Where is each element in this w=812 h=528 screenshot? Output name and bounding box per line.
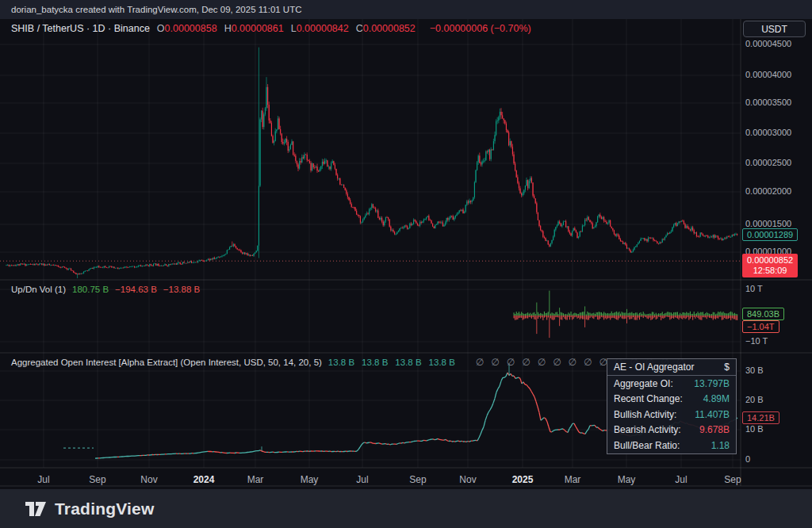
oi-legend-values: 13.8 B13.8 B13.8 B13.8 B — [328, 358, 462, 367]
price-tick-label: 0.00002500 — [745, 158, 791, 167]
oi-data-window-row-value: 13.797B — [694, 378, 730, 389]
currency-toggle-button[interactable]: USDT — [743, 21, 806, 37]
footer-brand[interactable]: TradingView — [55, 499, 155, 518]
time-tick-label: Sep — [89, 474, 105, 485]
oi-empty-value-icon: ∅ — [538, 357, 546, 368]
oi-tick-label: 20 B — [745, 395, 764, 404]
volume-tick-label: −10 T — [745, 336, 768, 346]
ohlc-letter: O — [157, 23, 165, 34]
oi-data-window-row: Bull/Bear Ratio:1.18 — [607, 438, 736, 453]
time-tick-label: Sep — [409, 474, 426, 485]
ohlc-letter: C — [356, 23, 363, 34]
ohlc-pair: H0.00000861 — [224, 23, 284, 34]
tradingview-snapshot: dorian_batycka created with TradingView.… — [0, 0, 812, 528]
oi-data-window-row: Bearish Activity:9.678B — [607, 423, 736, 438]
oi-data-window-row: Recent Change:4.89M — [607, 392, 736, 407]
oi-legend-title[interactable]: Aggregated Open Interest [Alpha Extract]… — [11, 358, 322, 367]
symbol-legend[interactable]: SHIB / TetherUS · 1D · Binance O0.000008… — [11, 23, 531, 34]
ohlc-number: 0.00000842 — [297, 23, 349, 34]
ohlc-pair: O0.00000858 — [157, 23, 217, 34]
oi-tick-label: 30 B — [745, 365, 764, 375]
oi-legend-value: 13.8 B — [362, 358, 388, 367]
symbol-title[interactable]: SHIB / TetherUS · 1D · Binance — [11, 23, 150, 34]
price-tick-label: 0.00004500 — [745, 39, 791, 48]
oi-data-window: AE - OI Aggregator $ Aggregate OI:13.797… — [607, 358, 737, 454]
ohlc-number: 0.00000861 — [232, 23, 284, 34]
time-tick-label: Jul — [37, 474, 49, 485]
oi-data-window-row: Bullish Activity:11.407B — [607, 407, 736, 423]
volume-legend-values: 180.75 B−194.63 B−13.88 B — [72, 285, 206, 294]
price-tick-label: 0.00002000 — [745, 186, 791, 196]
oi-data-window-row-label: Bullish Activity: — [614, 409, 676, 420]
volume-down-label: −1.04T — [742, 320, 779, 333]
oi-empty-value-icon: ∅ — [507, 357, 515, 368]
last-price-label: 0.00000852 12:58:09 — [742, 254, 798, 277]
volume-tick-label: 10 T — [745, 284, 763, 293]
oi-empty-value-icon: ∅ — [476, 357, 484, 368]
ohlc-letter: L — [291, 23, 297, 34]
tradingview-logo-icon[interactable] — [24, 499, 48, 519]
oi-empty-value-icon: ∅ — [522, 357, 530, 368]
oi-data-window-row-label: Aggregate OI: — [614, 378, 673, 389]
time-tick-label: Mar — [247, 474, 264, 485]
oi-data-window-row-value: 4.89M — [703, 393, 730, 404]
time-tick-label: Sep — [724, 474, 741, 485]
oi-data-window-row-label: Bearish Activity: — [614, 424, 681, 435]
ohlc-pair: C0.00000852 — [356, 23, 416, 34]
volume-legend[interactable]: Up/Dn Vol (1) 180.75 B−194.63 B−13.88 B — [11, 285, 206, 294]
oi-empty-value-icon: ∅ — [491, 357, 499, 368]
time-tick-label: Nov — [459, 474, 476, 485]
oi-data-window-row-label: Bull/Bear Ratio: — [614, 440, 680, 451]
oi-tick-label: 0 — [745, 454, 750, 464]
time-tick-label: Jul — [675, 474, 687, 485]
ohlc-number: 0.00000858 — [165, 23, 217, 34]
oi-data-window-row-value: 1.18 — [711, 440, 730, 451]
volume-legend-value: −194.63 B — [115, 285, 157, 294]
oi-empty-value-icon: ∅ — [584, 357, 592, 368]
time-tick-label: 2025 — [512, 474, 534, 485]
time-tick-label: Jul — [356, 474, 368, 485]
time-tick-label: May — [618, 474, 636, 485]
oi-legend[interactable]: Aggregated Open Interest [Alpha Extract]… — [11, 357, 684, 368]
oi-data-window-row-value: 11.407B — [695, 409, 730, 420]
ohlc-number: 0.00000852 — [363, 23, 416, 34]
oi-legend-value: 13.8 B — [328, 358, 354, 367]
oi-last-label: 14.21B — [742, 411, 779, 424]
footer-bar: TradingView — [0, 489, 812, 528]
price-tick-label: 0.00003000 — [745, 128, 791, 137]
ohlc-pair: L0.00000842 — [291, 23, 349, 34]
indicator-price-label: 0.00001289 — [742, 228, 798, 241]
ohlc-values: O0.00000858H0.00000861L0.00000842C0.0000… — [157, 23, 423, 34]
ohlc-letter: H — [224, 23, 232, 34]
oi-tick-label: 10 B — [745, 424, 764, 434]
oi-legend-value: 13.8 B — [395, 358, 421, 367]
volume-up-label: 849.03B — [742, 308, 784, 320]
oi-empty-value-icon: ∅ — [569, 357, 576, 368]
time-tick-label: May — [301, 474, 319, 485]
oi-data-window-header: AE - OI Aggregator $ — [607, 359, 736, 376]
currency-sign: $ — [724, 362, 730, 373]
time-tick-label: Mar — [565, 474, 581, 485]
volume-legend-value: 180.75 B — [72, 285, 109, 294]
volume-legend-title[interactable]: Up/Dn Vol (1) — [11, 285, 66, 294]
oi-legend-value: 13.8 B — [429, 358, 455, 367]
last-price-value: 0.00000852 — [747, 255, 793, 266]
volume-legend-value: −13.88 B — [163, 285, 200, 294]
price-tick-label: 0.00004000 — [745, 70, 791, 79]
oi-data-window-row-value: 9.678B — [699, 424, 730, 435]
time-tick-label: 2024 — [193, 474, 215, 485]
oi-empty-value-icon: ∅ — [553, 357, 561, 368]
price-tick-label: 0.00003500 — [745, 98, 791, 107]
oi-data-window-title: AE - OI Aggregator — [614, 362, 694, 373]
time-tick-label: Nov — [140, 474, 157, 485]
oi-data-window-row: Aggregate OI:13.797B — [607, 376, 736, 392]
change-value: −0.00000006 (−0.70%) — [430, 23, 531, 34]
price-tick-label: 0.00001500 — [745, 219, 791, 228]
bar-countdown: 12:58:09 — [747, 266, 793, 276]
oi-data-window-row-label: Recent Change: — [614, 393, 683, 404]
